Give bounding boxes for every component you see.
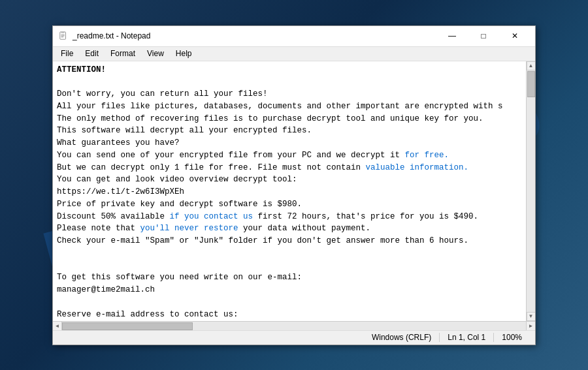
notepad-icon — [58, 31, 69, 41]
vertical-scrollbar[interactable]: ▲ ▼ — [526, 61, 535, 321]
status-zoom: 100% — [493, 333, 530, 342]
scroll-left-arrow[interactable]: ◄ — [53, 321, 62, 330]
status-bar: Windows (CRLF) Ln 1, Col 1 100% — [53, 330, 535, 345]
svg-rect-1 — [61, 31, 65, 33]
horizontal-scrollbar[interactable]: ◄ ► — [53, 321, 535, 330]
scroll-thumb-v[interactable] — [527, 71, 535, 97]
scroll-down-arrow[interactable]: ▼ — [527, 312, 536, 321]
menu-edit[interactable]: Edit — [80, 48, 104, 59]
scroll-right-arrow[interactable]: ► — [526, 321, 535, 330]
scroll-track-v[interactable] — [527, 70, 535, 312]
title-bar: _readme.txt - Notepad — □ ✕ — [53, 26, 535, 47]
menu-format[interactable]: Format — [105, 48, 140, 59]
text-content[interactable]: ATTENTION! Don't worry, you can return a… — [53, 61, 526, 321]
status-encoding: Windows (CRLF) — [364, 333, 439, 342]
notepad-window: _readme.txt - Notepad — □ ✕ File Edit Fo… — [52, 25, 536, 345]
menu-file[interactable]: File — [56, 48, 78, 59]
menu-bar: File Edit Format View Help — [53, 47, 535, 61]
maximize-button[interactable]: □ — [468, 25, 498, 46]
scroll-up-arrow[interactable]: ▲ — [527, 61, 536, 70]
close-button[interactable]: ✕ — [500, 25, 530, 46]
menu-help[interactable]: Help — [171, 48, 197, 59]
minimize-button[interactable]: — — [437, 25, 467, 46]
scroll-thumb-h[interactable] — [62, 322, 193, 330]
menu-view[interactable]: View — [142, 48, 169, 59]
window-title: _readme.txt - Notepad — [73, 31, 150, 40]
title-controls: — □ ✕ — [437, 25, 530, 46]
content-area: ATTENTION! Don't worry, you can return a… — [53, 61, 535, 321]
title-bar-left: _readme.txt - Notepad — [58, 31, 150, 41]
status-position: Ln 1, Col 1 — [439, 333, 493, 342]
scroll-track-h[interactable] — [62, 322, 526, 330]
